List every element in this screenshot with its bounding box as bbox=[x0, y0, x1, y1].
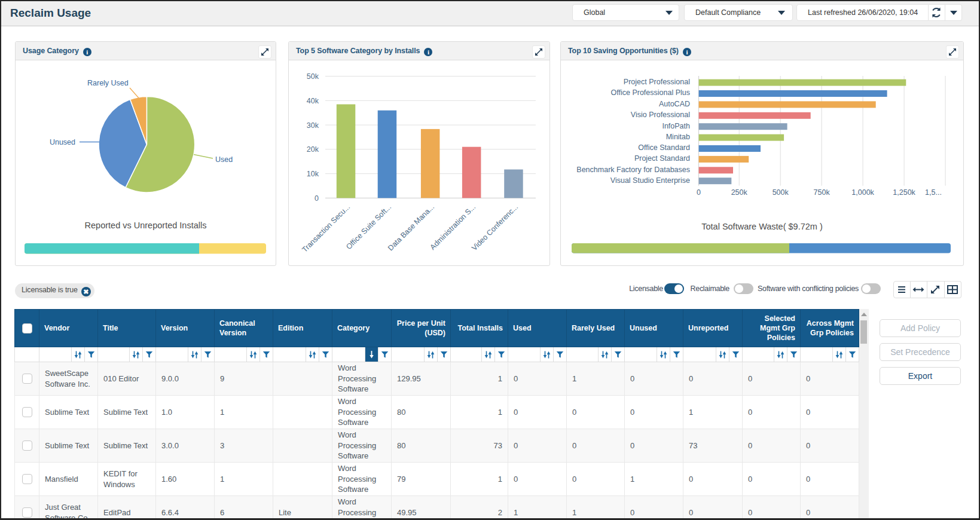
svg-text:Video Conferenc...: Video Conferenc... bbox=[470, 203, 520, 252]
svg-text:Used: Used bbox=[215, 155, 233, 164]
svg-text:Office Suite Soft...: Office Suite Soft... bbox=[344, 203, 393, 251]
svg-text:1,000k: 1,000k bbox=[851, 188, 874, 197]
svg-text:Project Standard: Project Standard bbox=[634, 154, 690, 163]
svg-text:Unused: Unused bbox=[50, 138, 75, 146]
svg-text:250k: 250k bbox=[731, 188, 748, 197]
svg-text:40k: 40k bbox=[307, 97, 319, 105]
svg-text:1,5...: 1,5... bbox=[925, 188, 942, 197]
svg-text:0: 0 bbox=[697, 188, 701, 197]
svg-text:20k: 20k bbox=[307, 145, 319, 154]
svg-text:Visual Studio Enterprise: Visual Studio Enterprise bbox=[610, 176, 690, 185]
svg-text:Administration S...: Administration S... bbox=[428, 203, 477, 252]
svg-text:1,250k: 1,250k bbox=[893, 188, 915, 197]
svg-text:50k: 50k bbox=[307, 72, 319, 81]
svg-text:Transaction Secu...: Transaction Secu... bbox=[300, 203, 352, 254]
svg-text:AutoCAD: AutoCAD bbox=[659, 100, 690, 108]
svg-text:Office Standard: Office Standard bbox=[638, 143, 690, 152]
svg-text:Rarely Used: Rarely Used bbox=[87, 79, 129, 87]
svg-text:Benchmark Factory for Database: Benchmark Factory for Databases bbox=[576, 166, 690, 174]
svg-text:Visio Professional: Visio Professional bbox=[631, 111, 690, 119]
svg-text:750k: 750k bbox=[814, 188, 831, 197]
svg-text:500k: 500k bbox=[773, 188, 789, 197]
svg-text:Project Professional: Project Professional bbox=[624, 78, 690, 86]
svg-text:Office Professional Plus: Office Professional Plus bbox=[611, 88, 690, 97]
svg-text:30k: 30k bbox=[307, 121, 319, 130]
svg-text:Reported vs Unreported Install: Reported vs Unreported Installs bbox=[85, 221, 207, 230]
svg-text:Total Software Waste( $9.72m ): Total Software Waste( $9.72m ) bbox=[701, 222, 823, 231]
svg-text:10k: 10k bbox=[307, 170, 319, 178]
svg-text:0: 0 bbox=[315, 194, 319, 203]
svg-text:Minitab: Minitab bbox=[666, 133, 690, 141]
svg-text:InfoPath: InfoPath bbox=[662, 122, 690, 130]
